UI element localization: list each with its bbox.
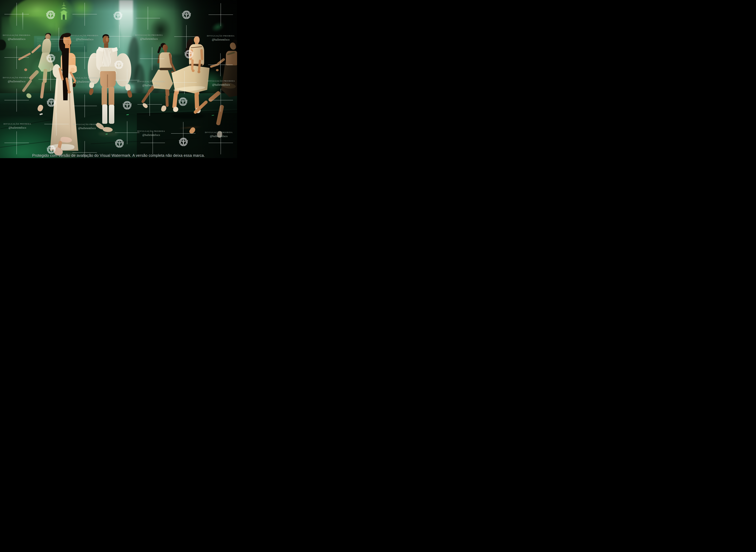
dancer5-head bbox=[194, 36, 200, 43]
dancer2-lace-hem bbox=[51, 144, 74, 150]
dancer5-hand bbox=[197, 71, 200, 73]
green-light-wash bbox=[30, 56, 54, 88]
stage-photo: DIVULGAÇÃO PROIBIDA@balletemfocoDIVULGAÇ… bbox=[0, 0, 237, 158]
dancer3-knee-sock bbox=[102, 104, 107, 124]
dancer6-hand bbox=[216, 69, 219, 71]
dancer3-leg-segment bbox=[102, 87, 107, 106]
dancer3-leg-shading bbox=[107, 75, 108, 88]
floor-lit-band bbox=[0, 93, 237, 112]
dancer3-ruffle-placket bbox=[103, 48, 111, 68]
dancer1-hand bbox=[24, 68, 27, 71]
dancer3-leg-segment bbox=[109, 87, 114, 106]
dancer2-face-profile bbox=[69, 40, 71, 44]
dancer4-front-leg bbox=[165, 95, 169, 107]
floor-reflection bbox=[172, 113, 204, 119]
floor-reflection bbox=[98, 131, 118, 136]
dancer2-hand bbox=[67, 91, 71, 94]
pagoda-silhouette bbox=[59, 2, 68, 21]
dancer5-hand bbox=[192, 69, 195, 72]
dancer5-arm-segment bbox=[191, 59, 194, 70]
dancer3-face-highlight bbox=[106, 37, 108, 42]
backdrop-waterfall-thread bbox=[22, 12, 23, 30]
protection-notice: Protegido com versão de avaliação do Vis… bbox=[0, 153, 237, 158]
dancer4-belt bbox=[160, 68, 172, 70]
backdrop-cave-shadow bbox=[149, 16, 172, 43]
dancer3-knee-sock bbox=[109, 105, 114, 124]
dancer3-tights bbox=[100, 71, 116, 88]
